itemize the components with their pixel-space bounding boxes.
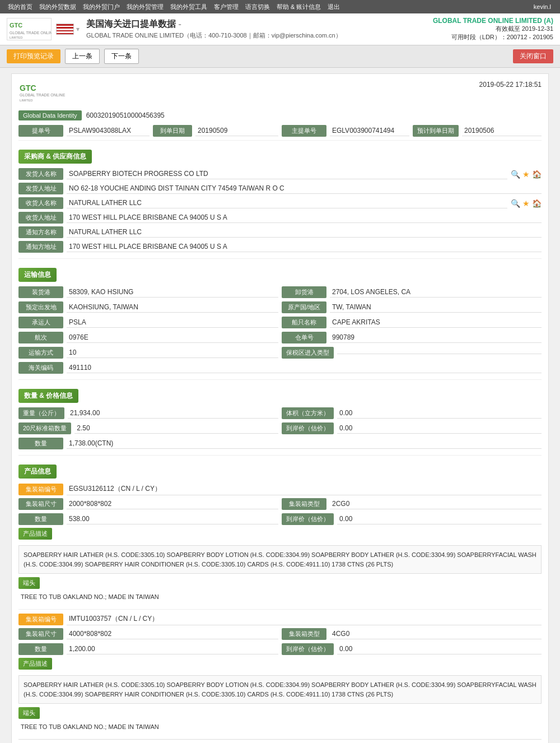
container-size-row-1: 集装箱尺寸 2000*808*802: [18, 498, 278, 510]
next-button-top[interactable]: 下一条: [104, 49, 139, 64]
qty-row: 数量 1,738.00(CTN): [18, 438, 542, 449]
home-icon[interactable]: 🏠: [532, 170, 542, 179]
gdi-label: Global Data Identity: [18, 110, 82, 120]
search-icon-2[interactable]: 🔍: [511, 199, 520, 208]
print-button-top[interactable]: 打印预览记录: [7, 49, 60, 63]
consignee-addr-label: 收货人地址: [18, 212, 63, 224]
transport-mode-label: 运输方式: [18, 347, 63, 359]
nav-language[interactable]: 语言切换: [242, 3, 273, 11]
nav-tools[interactable]: 我的外贸工具: [167, 3, 211, 11]
svg-text:GLOBAL TRADE ONLINE: GLOBAL TRADE ONLINE: [20, 93, 66, 97]
notify-name-row: 通知方名称 NATURAL LATHER LLC: [18, 226, 542, 238]
nav-home[interactable]: 我的首页: [4, 3, 36, 11]
products-title: 产品信息: [18, 465, 57, 479]
origin-label: 原产国/地区: [282, 301, 326, 313]
discharge-port-label: 卸货港: [282, 286, 326, 298]
prev-button-top[interactable]: 上一条: [65, 49, 100, 64]
svg-text:LIMITED: LIMITED: [20, 99, 33, 102]
customs-code-value: 491110: [67, 363, 542, 373]
volume-row: 体积（立方米） 0.00: [282, 407, 542, 419]
record-logo: GTC GLOBAL TRADE ONLINE LIMITED: [18, 81, 74, 105]
marks-header-2: 端头: [18, 707, 542, 721]
departure-row: 预定出发地 KAOHSIUNG, TAIWAN: [18, 301, 278, 313]
container-no-label-2: 集装箱编号: [18, 614, 63, 625]
shipper-name-value: SOAPBERRY BIOTECH PROGRESS CO LTD: [67, 169, 507, 179]
top-navigation: 我的首页 我的外贸数据 我的外贸门户 我的外贸管理 我的外贸工具 客户管理 语言…: [0, 0, 560, 13]
main-content: GTC GLOBAL TRADE ONLINE LIMITED 2019-05-…: [0, 68, 560, 743]
container-size-value-2: 4000*808*802: [67, 629, 278, 639]
product-price-row-1: 到岸价（估价） 0.00: [282, 513, 542, 525]
header-right: GLOBAL TRADE ONLINE LIMITED (A) 有效截至 201…: [433, 17, 553, 41]
nav-help[interactable]: 帮助 & 账计信息: [273, 3, 324, 11]
weight-label: 重量（公斤）: [18, 407, 64, 419]
master-bill-row: 主提单号 EGLV003900741494 预计到单日期 20190506: [282, 125, 542, 137]
voyage-value: 0976E: [67, 332, 278, 343]
voyage-label: 航次: [18, 332, 63, 343]
container-size-row-2: 集装箱尺寸 4000*808*802: [18, 628, 278, 640]
nav-portal[interactable]: 我的外贸门户: [80, 3, 123, 11]
discharge-port-row: 卸货港 2704, LOS ANGELES, CA: [282, 286, 542, 298]
us-flag: [56, 24, 74, 35]
home-icon-2[interactable]: 🏠: [532, 199, 542, 208]
customs-code-label: 海关编码: [18, 362, 63, 374]
vessel-value: CAPE AKRITAS: [330, 317, 542, 328]
transport-title: 运输信息: [18, 268, 57, 282]
product-qty-row-1: 数量 538.00: [18, 513, 278, 525]
ftz-label: 保税区进入类型: [282, 347, 334, 359]
load-port-label: 装货港: [18, 286, 63, 298]
nav-management[interactable]: 我的外贸管理: [123, 3, 167, 11]
unit-price-row: 到岸价（估价） 0.00: [282, 422, 542, 434]
vessel-label: 船只名称: [282, 317, 326, 328]
date-value: 20190509: [195, 126, 278, 136]
date-label: 到单日期: [153, 125, 192, 137]
notify-name-label: 通知方名称: [18, 226, 63, 238]
container20-row: 20尺标准箱数量 2.50: [18, 422, 278, 434]
header-subtitle: GLOBAL TRADE ONLINE LIMITED（电话：400-710-3…: [86, 31, 433, 40]
volume-label: 体积（立方米）: [282, 407, 334, 419]
container-type-value-2: 4CG0: [330, 629, 542, 639]
nav-customers[interactable]: 客户管理: [211, 3, 242, 11]
container-size-label-1: 集装箱尺寸: [18, 498, 63, 510]
product-price-row-2: 到岸价（估价） 0.00: [282, 643, 542, 655]
bill-fields: 提单号 PSLAW9043088LAX 到单日期 20190509 主提单号 E…: [18, 125, 542, 137]
master-bill-value: EGLV003900741494: [330, 126, 409, 136]
product-desc-value-2: SOAPBERRY HAIR LATHER (H.S. CODE:3305.10…: [18, 675, 542, 704]
record-header: GTC GLOBAL TRADE ONLINE LIMITED 2019-05-…: [18, 81, 542, 105]
shipper-addr-label: 发货人地址: [18, 183, 63, 194]
bill-no-row: 提单号 PSLAW9043088LAX 到单日期 20190509: [18, 125, 278, 137]
container-no-value-1: EGSU3126112（CN / L / CY）: [67, 483, 542, 495]
product-item-1: 集装箱编号 EGSU3126112（CN / L / CY） 集装箱尺寸 200…: [18, 483, 542, 602]
search-icon[interactable]: 🔍: [511, 170, 520, 179]
star-icon[interactable]: ★: [522, 170, 530, 179]
transport-mode-value: 10: [67, 347, 278, 358]
gdi-value: 600320190510000456395: [86, 112, 165, 119]
quantity-price-fields: 重量（公斤） 21,934.00 体积（立方米） 0.00 20尺标准箱数量 2…: [18, 407, 542, 434]
ftz-row: 保税区进入类型: [282, 347, 542, 359]
transport-fields: 装货港 58309, KAO HSIUNG 卸货港 2704, LOS ANGE…: [18, 286, 542, 359]
nav-logout[interactable]: 退出: [324, 3, 343, 11]
gdi-row: Global Data Identity 6003201905100004563…: [18, 110, 542, 120]
pagination-bar: 美国海关进口提单数据 1 / 1 600320190510000456395: [18, 739, 542, 743]
container-type-value-1: 2CG0: [330, 499, 542, 509]
nav-trade-data[interactable]: 我的外贸数据: [36, 3, 80, 11]
star-icon-2[interactable]: ★: [522, 199, 530, 208]
buyer-supplier-section: 采购商 & 供应商信息 发货人名称 SOAPBERRY BIOTECH PROG…: [18, 144, 542, 253]
marks-value-1: TREE TO TUB OAKLAND NO.; MADE IN TAIWAN: [18, 591, 542, 602]
record-gtc-logo: GTC GLOBAL TRADE ONLINE LIMITED: [18, 81, 74, 103]
product-price-value-1: 0.00: [337, 514, 542, 524]
page-header: GTC GLOBAL TRADE ONLINE LIMITED ▾ 美国海关进口…: [0, 13, 560, 45]
svg-text:GTC: GTC: [20, 83, 36, 92]
container-no-row-1: 集装箱编号 EGSU3126112（CN / L / CY）: [18, 483, 542, 495]
svg-text:LIMITED: LIMITED: [10, 36, 23, 39]
consignee-name-row: 收货人名称 NATURAL LATHER LLC 🔍 ★ 🏠: [18, 197, 542, 209]
company-name: GLOBAL TRADE ONLINE LIMITED (A): [433, 17, 553, 25]
page-title: 美国海关进口提单数据 -: [86, 18, 433, 30]
close-button-top[interactable]: 关闭窗口: [513, 49, 553, 63]
load-port-value: 58309, KAO HSIUNG: [67, 287, 278, 298]
quantity-price-section: 数量 & 价格信息 重量（公斤） 21,934.00 体积（立方米） 0.00 …: [18, 383, 542, 449]
record-card: GTC GLOBAL TRADE ONLINE LIMITED 2019-05-…: [11, 73, 549, 743]
product-price-label-2: 到岸价（估价）: [282, 643, 334, 655]
container-no-value-2: IMTU1003757（CN / L / CY）: [67, 613, 542, 625]
top-toolbar: 打印预览记录 上一条 下一条 关闭窗口: [0, 45, 560, 68]
product-price-value-2: 0.00: [337, 644, 542, 654]
